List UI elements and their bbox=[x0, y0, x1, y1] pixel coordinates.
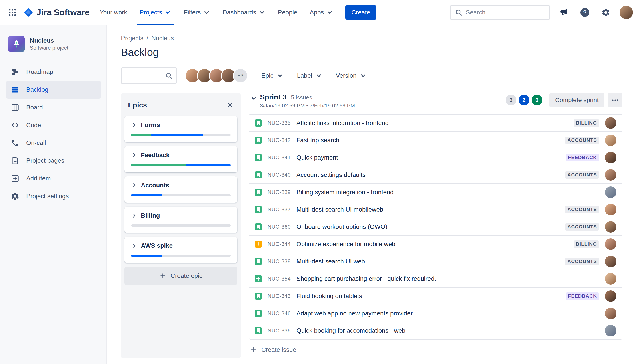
issue-row[interactable]: NUC-354Shopping cart purchasing error - … bbox=[249, 270, 622, 288]
assignee-avatar[interactable] bbox=[605, 238, 616, 250]
filter-dropdown-label[interactable]: Label bbox=[297, 72, 322, 79]
issue-type-story-icon bbox=[255, 223, 262, 230]
assignee-avatar[interactable] bbox=[605, 204, 616, 215]
nav-item-apps[interactable]: Apps bbox=[308, 0, 336, 25]
sidebar-item-on-call[interactable]: On-call bbox=[6, 134, 101, 152]
sprint-issue-list: NUC-335Affelite links integration - fron… bbox=[249, 114, 622, 340]
top-navbar: Jira Software Your workProjectsFiltersDa… bbox=[0, 0, 640, 25]
filter-bar: +3 EpicLabelVersion bbox=[121, 67, 622, 84]
backlog-search-input[interactable] bbox=[126, 72, 165, 79]
nav-item-people[interactable]: People bbox=[276, 0, 300, 25]
breadcrumb-link-projects[interactable]: Projects bbox=[121, 34, 143, 42]
issue-row[interactable]: NUC-338Multi-dest search UI webACCOUNTS bbox=[249, 252, 622, 270]
assignee-avatar[interactable] bbox=[605, 221, 616, 232]
sprint-collapse-button[interactable] bbox=[249, 94, 259, 103]
project-name: Nucleus bbox=[30, 37, 68, 44]
progress-inprogress-segment bbox=[186, 164, 231, 166]
issue-meta: FEEDBACK bbox=[560, 290, 616, 302]
nav-item-dashboards[interactable]: Dashboards bbox=[221, 0, 268, 25]
sidebar-item-project-pages[interactable]: Project pages bbox=[6, 152, 101, 170]
issue-key: NUC-344 bbox=[268, 241, 292, 247]
issue-row[interactable]: NUC-343Fluid booking on tabletsFEEDBACK bbox=[249, 287, 622, 305]
epic-label-badge: FEEDBACK bbox=[566, 154, 599, 161]
assignee-avatar[interactable] bbox=[605, 290, 616, 302]
sidebar-item-add-item[interactable]: Add item bbox=[6, 170, 101, 187]
global-search[interactable] bbox=[450, 5, 550, 20]
search-icon bbox=[165, 72, 172, 79]
issue-row[interactable]: NUC-339Billing system integration - fron… bbox=[249, 183, 622, 201]
create-issue-button[interactable]: Create issue bbox=[249, 343, 297, 357]
sidebar-item-board[interactable]: Board bbox=[6, 98, 101, 116]
issue-key: NUC-335 bbox=[268, 120, 292, 126]
issue-meta: ACCOUNTS bbox=[560, 134, 616, 146]
filter-avatar-overflow[interactable]: +3 bbox=[233, 68, 248, 83]
sprint-more-button[interactable] bbox=[608, 93, 622, 107]
issue-title: Onboard workout options (OWO) bbox=[296, 223, 387, 230]
chevron-right-icon bbox=[131, 152, 137, 158]
sidebar-item-project-settings[interactable]: Project settings bbox=[6, 187, 101, 205]
issue-row[interactable]: NUC-337Multi-dest search UI mobilewebACC… bbox=[249, 201, 622, 218]
dropdown-label: Label bbox=[297, 72, 312, 79]
assignee-avatar[interactable] bbox=[605, 308, 616, 319]
primary-nav: Your workProjectsFiltersDashboardsPeople… bbox=[98, 0, 344, 25]
backlog-search[interactable] bbox=[121, 67, 177, 84]
issue-row[interactable]: NUC-340Account settings defaultsACCOUNTS bbox=[249, 166, 622, 184]
assignee-avatar[interactable] bbox=[605, 256, 616, 267]
plus-icon bbox=[250, 346, 257, 353]
epic-card-accounts[interactable]: Accounts bbox=[124, 176, 237, 203]
assignee-avatar[interactable] bbox=[605, 325, 616, 336]
assignee-avatar[interactable] bbox=[605, 186, 616, 198]
announcements-button[interactable] bbox=[557, 5, 571, 20]
filter-dropdown-epic[interactable]: Epic bbox=[261, 72, 284, 79]
progress-inprogress-segment bbox=[131, 254, 162, 257]
sidebar-item-roadmap[interactable]: Roadmap bbox=[6, 63, 101, 81]
sidebar-item-code[interactable]: Code bbox=[6, 116, 101, 134]
assignee-avatar[interactable] bbox=[605, 117, 616, 129]
assignee-avatar[interactable] bbox=[605, 152, 616, 163]
epic-progress-bar bbox=[131, 194, 231, 196]
filter-dropdown-version[interactable]: Version bbox=[336, 72, 367, 79]
complete-sprint-button[interactable]: Complete sprint bbox=[549, 93, 604, 107]
create-button[interactable]: Create bbox=[345, 5, 376, 20]
sidebar-item-backlog[interactable]: Backlog bbox=[6, 81, 101, 98]
assignee-avatar[interactable] bbox=[605, 169, 616, 181]
epic-card-feedback[interactable]: Feedback bbox=[124, 146, 237, 172]
nav-item-filters[interactable]: Filters bbox=[181, 0, 212, 25]
nav-item-label: Filters bbox=[184, 9, 201, 16]
issue-row[interactable]: NUC-344Optimize experience for mobile we… bbox=[249, 235, 622, 253]
issue-key: NUC-343 bbox=[268, 293, 292, 299]
project-avatar bbox=[8, 36, 25, 52]
assignee-avatar[interactable] bbox=[605, 134, 616, 146]
settings-button[interactable] bbox=[599, 5, 613, 20]
chevron-down-icon bbox=[315, 72, 322, 79]
issue-row[interactable]: NUC-360Onboard workout options (OWO)ACCO… bbox=[249, 218, 622, 236]
epic-card-forms[interactable]: Forms bbox=[124, 116, 237, 142]
sidebar-item-label: On-call bbox=[26, 140, 46, 146]
help-button[interactable]: ? bbox=[578, 5, 592, 20]
jira-app: Jira Software Your workProjectsFiltersDa… bbox=[0, 0, 640, 364]
issue-row[interactable]: NUC-342Fast trip searchACCOUNTS bbox=[249, 132, 622, 149]
epic-card-aws-spike[interactable]: AWS spike bbox=[124, 237, 237, 263]
issue-row[interactable]: NUC-335Affelite links integration - fron… bbox=[249, 114, 622, 132]
jira-logo[interactable]: Jira Software bbox=[23, 7, 90, 18]
issue-row[interactable]: NUC-346Adapt web app no new payments pro… bbox=[249, 304, 622, 322]
issue-row[interactable]: NUC-336Quick booking for accomodations -… bbox=[249, 322, 622, 340]
app-switcher-button[interactable] bbox=[5, 5, 20, 20]
epic-name: Accounts bbox=[141, 182, 169, 189]
issue-type-story-icon bbox=[255, 120, 262, 126]
create-epic-button[interactable]: Create epic bbox=[124, 267, 237, 285]
sprint-section: Sprint 3 5 issues 3/Jan/19 02:59 PM • 7/… bbox=[249, 93, 622, 357]
global-search-input[interactable] bbox=[466, 9, 545, 16]
epic-card-billing[interactable]: Billing bbox=[124, 207, 237, 233]
chevron-down-icon bbox=[360, 72, 367, 79]
nav-item-projects[interactable]: Projects bbox=[137, 0, 173, 25]
nav-item-your-work[interactable]: Your work bbox=[98, 0, 129, 25]
epic-name: Forms bbox=[141, 122, 160, 128]
breadcrumb-link-nucleus[interactable]: Nucleus bbox=[151, 34, 174, 42]
user-avatar[interactable] bbox=[619, 6, 633, 19]
sprint-header: Sprint 3 5 issues 3/Jan/19 02:59 PM • 7/… bbox=[249, 93, 622, 109]
epic-label-badge: ACCOUNTS bbox=[565, 136, 599, 144]
assignee-avatar[interactable] bbox=[605, 273, 616, 284]
issue-row[interactable]: NUC-341Quick paymentFEEDBACK bbox=[249, 149, 622, 166]
close-epics-panel-button[interactable] bbox=[224, 99, 237, 111]
